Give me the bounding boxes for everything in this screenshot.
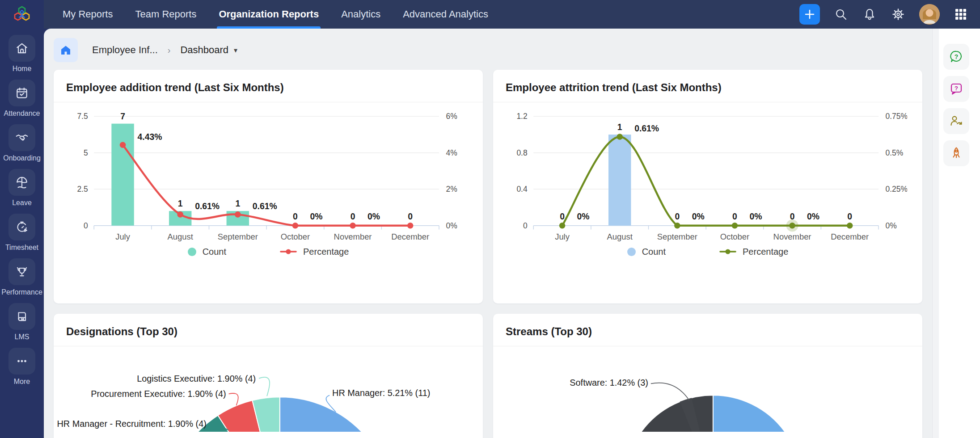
svg-text:4%: 4% bbox=[446, 148, 457, 157]
whats-new-button[interactable] bbox=[943, 140, 969, 166]
active-tab-underline bbox=[217, 26, 321, 29]
svg-text:1: 1 bbox=[235, 198, 240, 208]
help-chat-button[interactable]: ? bbox=[943, 44, 969, 70]
legend-item-percentage[interactable]: Percentage bbox=[280, 247, 349, 257]
svg-text:0%: 0% bbox=[692, 211, 705, 221]
tab-label: Analytics bbox=[341, 8, 380, 20]
tab-label: Team Reports bbox=[135, 8, 196, 20]
attrition-trend-combo-chart[interactable]: 00.40.81.20%0.25%0.5%0.75%JulyAugustSept… bbox=[508, 108, 907, 243]
sidebar-item-timesheet[interactable]: Timesheet bbox=[5, 214, 38, 252]
breadcrumb-home-button[interactable] bbox=[54, 38, 78, 62]
tab-team-reports[interactable]: Team Reports bbox=[135, 0, 196, 29]
svg-text:1: 1 bbox=[178, 198, 183, 208]
breadcrumb-root[interactable]: Employee Inf... bbox=[92, 44, 158, 56]
sidebar-label: Attendance bbox=[4, 110, 40, 118]
svg-text:0: 0 bbox=[790, 211, 795, 221]
main-content: Employee Inf... › Dashboard ▾ Employee a… bbox=[44, 29, 932, 438]
designations-pie-chart[interactable]: Logistics Executive: 1.90% (4)Procuremen… bbox=[54, 346, 483, 432]
profile-avatar[interactable] bbox=[919, 4, 940, 25]
whats-new-rocket-icon bbox=[949, 146, 963, 160]
svg-text:December: December bbox=[831, 232, 869, 241]
sidebar-label: More bbox=[14, 378, 30, 386]
sidebar-item-performance[interactable]: Performance bbox=[1, 258, 42, 296]
svg-text:July: July bbox=[555, 232, 570, 241]
svg-text:November: November bbox=[773, 232, 811, 241]
svg-text:2.5: 2.5 bbox=[77, 185, 88, 194]
sidebar-label: LMS bbox=[15, 333, 30, 341]
sidebar-label: Onboarding bbox=[3, 154, 41, 162]
card-title: Employee addition trend (Last Six Months… bbox=[54, 70, 483, 102]
svg-text:0.4: 0.4 bbox=[516, 185, 528, 194]
svg-text:0: 0 bbox=[847, 211, 852, 221]
tab-label: My Reports bbox=[63, 8, 113, 20]
plus-icon bbox=[804, 8, 815, 20]
apps-launcher-button[interactable] bbox=[953, 7, 968, 22]
card-title: Employee attrition trend (Last Six Month… bbox=[493, 70, 922, 102]
svg-text:0: 0 bbox=[523, 221, 528, 230]
sidebar-label: Performance bbox=[1, 288, 42, 296]
breadcrumb-dropdown-caret[interactable]: ▾ bbox=[234, 46, 237, 55]
sidebar-label: Leave bbox=[12, 199, 32, 207]
svg-text:0.5%: 0.5% bbox=[886, 148, 904, 157]
addition-trend-combo-chart[interactable]: 02.557.50%2%4%6%JulyAugustSeptemberOctob… bbox=[69, 108, 468, 243]
legend-item-percentage[interactable]: Percentage bbox=[719, 247, 788, 257]
right-utility-rail: ? ? bbox=[932, 29, 980, 438]
card-employee-addition-trend: Employee addition trend (Last Six Months… bbox=[54, 70, 483, 303]
sidebar-item-onboarding[interactable]: Onboarding bbox=[3, 124, 41, 162]
svg-text:1.2: 1.2 bbox=[516, 112, 527, 121]
refer-user-button[interactable] bbox=[943, 108, 969, 134]
svg-text:November: November bbox=[334, 232, 372, 241]
streams-pie-chart[interactable]: Software: 1.42% (3) bbox=[493, 346, 922, 432]
svg-text:2%: 2% bbox=[446, 185, 457, 194]
left-sidebar: Home Attendance Onboarding Leave bbox=[0, 29, 44, 438]
sidebar-item-home[interactable]: Home bbox=[8, 35, 35, 73]
notifications-button[interactable] bbox=[862, 7, 877, 22]
chart-legend: Count Percentage bbox=[69, 247, 468, 257]
svg-text:0%: 0% bbox=[310, 211, 322, 221]
legend-label: Count bbox=[642, 247, 666, 257]
svg-text:0.61%: 0.61% bbox=[253, 201, 277, 211]
avatar-photo bbox=[919, 4, 940, 25]
svg-text:September: September bbox=[218, 232, 258, 241]
sidebar-item-lms[interactable]: LMS bbox=[8, 303, 35, 341]
apps-grid-icon bbox=[954, 8, 967, 21]
primary-tabs: My Reports Team Reports Organization Rep… bbox=[44, 0, 488, 29]
svg-text:0: 0 bbox=[293, 211, 298, 221]
svg-text:5: 5 bbox=[84, 148, 88, 157]
home-icon bbox=[8, 35, 35, 62]
legend-label: Count bbox=[203, 247, 226, 257]
svg-text:1: 1 bbox=[617, 122, 622, 132]
breadcrumb-separator: › bbox=[168, 45, 171, 55]
count-legend-marker bbox=[188, 248, 196, 256]
settings-button[interactable] bbox=[891, 7, 906, 22]
tab-label: Organization Reports bbox=[219, 8, 319, 20]
svg-text:Procurement Executive: 1.90% (: Procurement Executive: 1.90% (4) bbox=[91, 389, 226, 399]
sidebar-item-leave[interactable]: Leave bbox=[8, 169, 35, 207]
faq-button[interactable]: ? bbox=[943, 76, 969, 102]
chart-legend: Count Percentage bbox=[508, 247, 907, 257]
svg-text:0: 0 bbox=[675, 211, 680, 221]
dashboard-grid: Employee addition trend (Last Six Months… bbox=[54, 70, 922, 438]
search-button[interactable] bbox=[833, 7, 849, 22]
svg-text:0%: 0% bbox=[368, 211, 380, 221]
help-chat-icon: ? bbox=[949, 50, 963, 64]
legend-item-count[interactable]: Count bbox=[188, 247, 226, 257]
breadcrumb-current[interactable]: Dashboard bbox=[180, 44, 228, 56]
svg-text:August: August bbox=[607, 232, 633, 241]
home-icon bbox=[60, 44, 72, 56]
tab-my-reports[interactable]: My Reports bbox=[63, 0, 113, 29]
tab-organization-reports[interactable]: Organization Reports bbox=[219, 0, 319, 29]
tab-advanced-analytics[interactable]: Advanced Analytics bbox=[403, 0, 488, 29]
sidebar-item-attendance[interactable]: Attendance bbox=[4, 80, 40, 118]
tab-analytics[interactable]: Analytics bbox=[341, 0, 380, 29]
legend-item-count[interactable]: Count bbox=[627, 247, 666, 257]
scrollbar-track[interactable] bbox=[933, 29, 939, 438]
card-title: Designations (Top 30) bbox=[54, 314, 483, 346]
sidebar-label: Timesheet bbox=[5, 244, 38, 252]
add-button[interactable] bbox=[799, 4, 820, 25]
sidebar-item-more[interactable]: More bbox=[8, 348, 35, 386]
card-designations-top30: Designations (Top 30) Logistics Executiv… bbox=[54, 314, 483, 438]
svg-text:?: ? bbox=[955, 53, 959, 60]
svg-text:HR Manager: 5.21% (11): HR Manager: 5.21% (11) bbox=[332, 388, 430, 398]
app-logo[interactable] bbox=[0, 0, 44, 29]
